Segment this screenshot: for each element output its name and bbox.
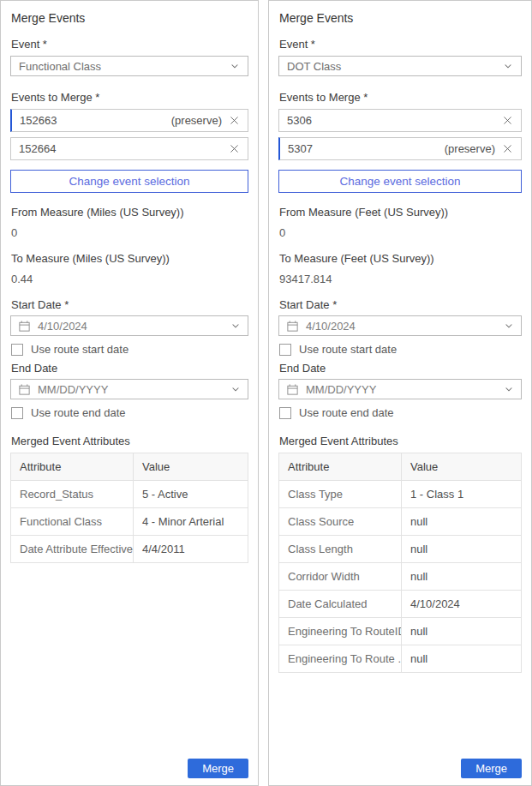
events-to-merge-list: 152663(preserve)152664: [10, 109, 248, 165]
attribute-cell: Date Attribute Effective: [11, 536, 134, 563]
preserve-badge: (preserve): [171, 114, 222, 127]
chevron-down-icon: [230, 321, 241, 331]
end-date-label: End Date: [11, 362, 248, 375]
start-date-label: Start Date *: [279, 298, 522, 311]
event-select[interactable]: DOT Class: [278, 56, 522, 76]
to-measure-label: To Measure (Feet (US Survey)): [279, 252, 522, 265]
event-to-merge-input[interactable]: 152663(preserve): [10, 109, 248, 132]
remove-event-icon[interactable]: [502, 143, 513, 154]
table-row: Engineering To Route ...null: [279, 645, 522, 673]
start-date-label: Start Date *: [11, 298, 248, 311]
value-cell: null: [402, 563, 522, 591]
chevron-down-icon: [504, 321, 514, 331]
event-select[interactable]: Functional Class: [10, 56, 248, 76]
attribute-column-header: Attribute: [279, 453, 402, 481]
merge-button[interactable]: Merge: [461, 759, 522, 778]
remove-event-icon[interactable]: [502, 115, 513, 126]
end-date-label: End Date: [279, 362, 522, 375]
table-row: Record_Status5 - Active: [11, 481, 248, 508]
chevron-down-icon: [503, 61, 513, 71]
value-cell: 5 - Active: [134, 481, 248, 508]
events-to-merge-label: Events to Merge *: [11, 91, 248, 104]
value-cell: null: [402, 508, 522, 536]
to-measure-value: 93417.814: [279, 273, 522, 285]
event-input-right: (preserve): [445, 142, 513, 155]
table-header-row: Attribute Value: [11, 453, 248, 481]
table-row: Functional Class4 - Minor Arterial: [11, 508, 248, 536]
table-row: Date Calculated4/10/2024: [279, 591, 522, 618]
change-event-selection-button[interactable]: Change event selection: [278, 170, 522, 193]
from-measure-value: 0: [11, 226, 248, 239]
value-cell: 4 - Minor Arterial: [134, 508, 248, 536]
event-id: 152663: [20, 114, 57, 127]
start-date-field[interactable]: 4/10/2024: [10, 315, 248, 336]
table-row: Engineering To RouteIDnull: [279, 618, 522, 645]
events-to-merge-label: Events to Merge *: [279, 91, 522, 104]
preserve-badge: (preserve): [445, 142, 495, 155]
from-measure-value: 0: [279, 226, 522, 239]
use-route-start-date-label: Use route start date: [299, 343, 397, 356]
merge-button[interactable]: Merge: [188, 759, 248, 778]
merged-attributes-table: Attribute Value Class Type1 - Class 1Cla…: [278, 453, 522, 673]
use-route-start-date-checkbox[interactable]: [11, 344, 23, 356]
end-date-field[interactable]: MM/DD/YYYY: [278, 379, 522, 399]
chevron-down-icon: [230, 61, 240, 71]
attribute-cell: Corridor Width: [279, 563, 402, 591]
from-measure-label: From Measure (Miles (US Survey)): [11, 206, 248, 219]
event-input-right: (preserve): [171, 114, 240, 127]
attribute-cell: Functional Class: [11, 508, 134, 536]
merged-event-attributes-label: Merged Event Attributes: [11, 435, 248, 447]
change-event-selection-button[interactable]: Change event selection: [10, 170, 248, 193]
calendar-icon: [286, 383, 299, 396]
to-measure-label: To Measure (Miles (US Survey)): [11, 252, 248, 265]
use-route-start-date-row: Use route start date: [11, 343, 248, 356]
attribute-cell: Class Type: [279, 481, 402, 508]
event-label: Event *: [279, 38, 522, 51]
use-route-start-date-checkbox[interactable]: [279, 344, 291, 356]
merge-events-app: Merge Events Event * Functional Class Ev…: [0, 0, 532, 786]
to-measure-value: 0.44: [11, 273, 248, 285]
from-measure-label: From Measure (Feet (US Survey)): [279, 206, 522, 219]
calendar-icon: [18, 320, 31, 333]
value-column-header: Value: [402, 453, 522, 481]
event-label: Event *: [11, 38, 248, 51]
start-date-value: 4/10/2024: [306, 320, 356, 333]
use-route-end-date-label: Use route end date: [31, 406, 126, 419]
event-id: 5306: [287, 114, 312, 127]
event-to-merge-input[interactable]: 152664: [10, 137, 248, 160]
table-row: Class Type1 - Class 1: [279, 481, 522, 508]
panel-footer: Merge: [10, 759, 248, 778]
start-date-field[interactable]: 4/10/2024: [278, 315, 522, 336]
value-cell: null: [402, 645, 522, 673]
merged-event-attributes-label: Merged Event Attributes: [279, 435, 522, 447]
event-to-merge-input[interactable]: 5307(preserve): [278, 137, 522, 160]
attribute-cell: Engineering To Route ...: [279, 645, 402, 673]
end-date-value: MM/DD/YYYY: [306, 383, 376, 396]
event-select-value: Functional Class: [19, 60, 101, 73]
event-input-right: [502, 115, 513, 126]
attribute-column-header: Attribute: [11, 453, 134, 481]
use-route-end-date-checkbox[interactable]: [279, 407, 291, 419]
remove-event-icon[interactable]: [229, 115, 240, 126]
end-date-value: MM/DD/YYYY: [38, 383, 108, 396]
calendar-icon: [18, 383, 31, 396]
use-route-start-date-label: Use route start date: [31, 343, 129, 356]
merge-events-panel: Merge Events Event * DOT Class Events to…: [268, 0, 532, 786]
attribute-cell: Class Source: [279, 508, 402, 536]
attribute-cell: Record_Status: [11, 481, 134, 508]
use-route-end-date-checkbox[interactable]: [11, 407, 23, 419]
event-select-value: DOT Class: [287, 60, 341, 73]
panel-title: Merge Events: [11, 11, 248, 25]
event-to-merge-input[interactable]: 5306: [278, 109, 522, 132]
value-cell: 1 - Class 1: [402, 481, 522, 508]
panel-footer: Merge: [278, 759, 522, 778]
end-date-field[interactable]: MM/DD/YYYY: [10, 379, 248, 399]
event-id: 5307: [288, 142, 313, 155]
calendar-icon: [286, 320, 299, 333]
value-column-header: Value: [134, 453, 248, 481]
remove-event-icon[interactable]: [229, 143, 240, 154]
attribute-cell: Class Length: [279, 536, 402, 563]
use-route-start-date-row: Use route start date: [279, 343, 522, 356]
use-route-end-date-label: Use route end date: [299, 406, 394, 419]
value-cell: null: [402, 618, 522, 645]
